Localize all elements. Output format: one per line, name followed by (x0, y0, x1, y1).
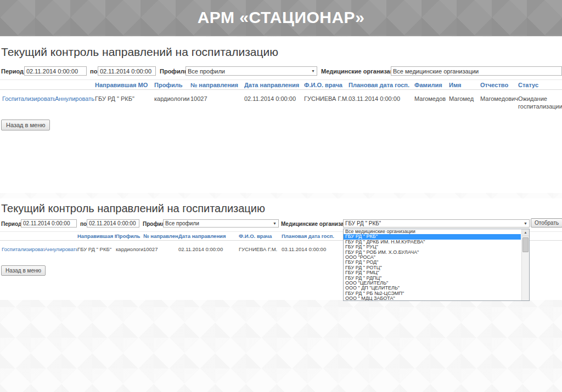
column-header-referral-date[interactable]: Дата направления (244, 82, 304, 88)
slide-title: АРМ «СТАЦИОНАР» (0, 0, 562, 27)
column-header-referral-date[interactable]: Дата направления (178, 233, 239, 239)
period-from-input[interactable] (24, 66, 87, 76)
profile-select-value: Все профили (188, 68, 225, 75)
dropdown-item[interactable]: ГБУ РД " РУЦ" (344, 245, 521, 249)
orgs-select-value: ГБУ РД " РКБ" (345, 220, 381, 226)
column-header-planned-date[interactable]: Плановая дата госп. (349, 82, 414, 88)
chevron-down-icon: ▼ (309, 69, 315, 73)
profile-select[interactable]: Все профили ▼ (163, 219, 279, 228)
profile-label: Профиль (160, 68, 188, 75)
cell-status: Ожидание госпитализации (518, 91, 562, 111)
dropdown-item[interactable]: ООО "РОСА" (344, 255, 521, 260)
profile-select[interactable]: Все профили ▼ (186, 66, 317, 76)
column-header-doctor[interactable]: Ф.И.О. врача (239, 233, 282, 239)
dropdown-item[interactable]: Все медицинские организации (344, 229, 521, 234)
column-header-referral-no[interactable]: № направления (143, 233, 178, 239)
dropdown-item[interactable]: ГБУ РД " РБ №2-ЦСЭМП" (344, 291, 521, 296)
cell-profile: кардиологии (116, 242, 143, 252)
annul-link[interactable]: Аннулировать (55, 91, 95, 111)
dropdown-item[interactable]: ООО " МДЦ ЗАБОТА" (344, 296, 521, 301)
column-header-doctor[interactable]: Ф.И.О. врача (304, 82, 349, 88)
column-header-sending-mo[interactable]: Направившая МО (95, 82, 154, 88)
orgs-input[interactable] (391, 66, 562, 76)
cell-sending-mo: ГБУ РД " РКБ" (77, 242, 116, 252)
dropdown-item[interactable]: ООО " ДП "ЦЕЛИТЕЛЬ" (344, 286, 521, 291)
cell-planned-date: 03.11.2014 0:00:00 (282, 242, 353, 252)
scrollbar-up-icon[interactable]: ▲ (522, 229, 529, 236)
annul-link[interactable]: Аннулировать (44, 242, 77, 252)
column-header-first-name[interactable]: Имя (449, 82, 480, 88)
orgs-label: Медицинские организации (321, 68, 401, 75)
column-header-middle-name[interactable]: Отчество (480, 82, 518, 88)
dropdown-item-selected[interactable]: ГБУ РД " РКБ" (344, 234, 521, 239)
hospitalize-link[interactable]: Госпитализировать (2, 91, 55, 111)
column-header-referral-no[interactable]: № направления (190, 82, 244, 88)
cell-middle-name: Магомедович (480, 91, 518, 111)
cell-profile: кардиологии (154, 91, 190, 111)
orgs-select[interactable]: ГБУ РД " РКБ" ▼ (343, 219, 530, 228)
column-header-sending-mo[interactable]: Направившая МО (77, 233, 116, 239)
cell-doctor: ГУСНИЕВА Г.М. (304, 91, 349, 111)
dropdown-item[interactable]: ГБУ РД " РОД" (344, 260, 521, 265)
column-header-profile[interactable]: Профиль (116, 233, 143, 239)
cell-referral-no: 10027 (143, 242, 178, 252)
column-header-planned-date[interactable]: Плановая дата госп. (282, 233, 353, 239)
dropdown-item[interactable]: ГБУ РД " РМЦ" (344, 270, 521, 275)
cell-referral-date: 02.11.2014 0:00:00 (244, 91, 304, 111)
dropdown-item[interactable]: ГБУ РД " РДПЦ" (344, 276, 521, 281)
dropdown-scrollbar[interactable]: ▲ (521, 229, 529, 300)
cell-sending-mo: ГБУ РД " РКБ" (95, 91, 154, 111)
cell-last-name: Магомедов (414, 91, 449, 111)
cell-planned-date: 03.11.2014 0:00:00 (349, 91, 414, 111)
column-header-profile[interactable]: Профиль (154, 82, 190, 88)
orgs-dropdown-list: Все медицинские организации ГБУ РД " РКБ… (343, 229, 530, 301)
period-to-label: по (90, 68, 97, 75)
profile-select-value: Все профили (165, 220, 199, 226)
scrollbar-thumb[interactable] (522, 237, 529, 252)
dropdown-item[interactable]: ГБУ РД " РОБ ИМ. Х.О.БУЛАЧА" (344, 250, 521, 255)
dropdown-item[interactable]: ГБУ РД " РОТЦ" (344, 265, 521, 270)
table-header-row: Направившая МО Профиль № направления Дат… (0, 79, 562, 90)
period-to-input[interactable] (87, 219, 139, 228)
cell-referral-date: 02.11.2014 0:00:00 (178, 242, 239, 252)
dropdown-item[interactable]: ООО "ЦЕЛИТЕЛЬ" (344, 281, 521, 286)
slide-header: АРМ «СТАЦИОНАР» (0, 0, 562, 36)
column-header-status[interactable]: Статус (518, 82, 562, 88)
dropdown-item[interactable]: ГБУ РД " ДРКБ ИМ. Н.М.КУРАЕВА" (344, 240, 521, 245)
cell-referral-no: 10027 (190, 91, 244, 111)
screenshot-1: Текущий контроль направлений на госпитал… (0, 37, 562, 193)
period-to-label: по (80, 221, 87, 227)
back-to-menu-button[interactable]: Назад в меню (1, 120, 50, 130)
period-to-input[interactable] (98, 66, 156, 76)
back-to-menu-button[interactable]: Назад в меню (1, 265, 46, 276)
cell-doctor: ГУСНИЕВА Г.М. (239, 242, 282, 252)
period-from-input[interactable] (21, 219, 77, 228)
select-button[interactable]: Отобрать (531, 218, 562, 228)
cell-first-name: Магомед (449, 91, 480, 111)
slide-background: АРМ «СТАЦИОНАР» Текущий контроль направл… (0, 0, 562, 392)
page-title: Текущий контроль направлений на госпитал… (1, 202, 265, 215)
column-header-last-name[interactable]: Фамилия (414, 82, 449, 88)
hospitalize-link[interactable]: Госпитализировать (2, 242, 44, 252)
chevron-down-icon: ▼ (271, 221, 277, 225)
table-row: Госпитализировать Аннулировать ГБУ РД " … (0, 91, 562, 111)
page-title: Текущий контроль направлений на госпитал… (1, 46, 278, 59)
chevron-down-icon: ▼ (521, 221, 527, 225)
orgs-dropdown-items: Все медицинские организации ГБУ РД " РКБ… (344, 229, 521, 301)
